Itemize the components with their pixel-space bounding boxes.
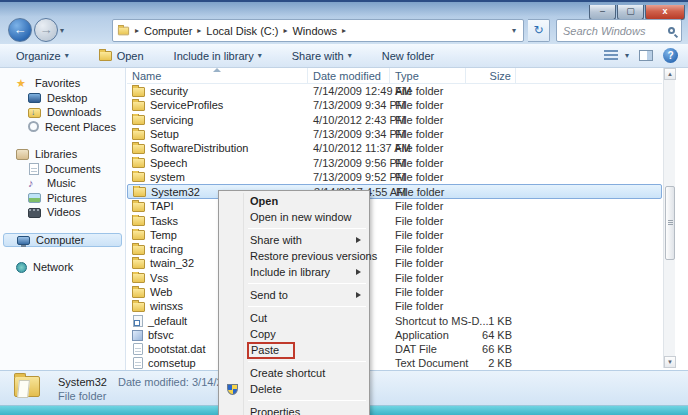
folder-icon xyxy=(132,144,145,154)
new-folder-button[interactable]: New folder xyxy=(374,45,443,67)
sidebar-item-favorites[interactable]: ★Favorites xyxy=(0,76,125,91)
file-row-tracing[interactable]: tracingFile folder xyxy=(127,242,662,256)
file-row-bootstat-dat[interactable]: bootstat.datDAT File66 KB xyxy=(127,342,662,356)
minimize-button[interactable]: – xyxy=(589,5,616,20)
sidebar-item-label: Libraries xyxy=(35,148,77,160)
file-type: File folder xyxy=(390,114,466,126)
network-icon xyxy=(16,262,27,273)
column-headers: Name Date modified Type Size xyxy=(127,68,662,84)
file-row-winsxs[interactable]: winsxsFile folder xyxy=(127,299,662,313)
file-row-setup[interactable]: Setup7/13/2009 9:34 PMFile folder xyxy=(127,127,662,141)
file-row-security[interactable]: security7/14/2009 12:49 AMFile folder xyxy=(127,84,662,98)
context-menu-item-create-shortcut[interactable]: Create shortcut xyxy=(220,365,368,381)
sidebar-item-recent-places[interactable]: Recent Places xyxy=(0,120,125,135)
file-date-modified: 7/13/2009 9:52 PM xyxy=(308,171,390,183)
context-menu-item-paste[interactable]: Paste xyxy=(220,342,368,358)
file-row-system[interactable]: system7/13/2009 9:52 PMFile folder xyxy=(127,170,662,184)
context-menu-item-delete[interactable]: Delete xyxy=(220,381,368,397)
search-box[interactable]: Search Windows xyxy=(556,19,682,42)
column-header-size[interactable]: Size xyxy=(466,68,516,84)
column-header-type[interactable]: Type xyxy=(390,68,466,84)
sidebar-item-label: Computer xyxy=(36,234,84,246)
file-row-tapi[interactable]: TAPIFile folder xyxy=(127,199,662,213)
file-date-modified: 7/13/2009 9:34 PM xyxy=(308,128,390,140)
context-menu-item-send-to[interactable]: Send to xyxy=(220,287,368,303)
breadcrumb-local-disk-c[interactable]: Local Disk (C:) xyxy=(206,25,278,37)
include-in-library-button[interactable]: Include in library▾ xyxy=(166,45,270,67)
vertical-scrollbar[interactable]: ▲ ▼ xyxy=(663,68,675,368)
help-icon[interactable]: ? xyxy=(663,48,678,63)
file-row-twain-32[interactable]: twain_32File folder xyxy=(127,256,662,270)
context-menu-item-open-in-new-window[interactable]: Open in new window xyxy=(220,209,368,225)
sidebar-item-label: Recent Places xyxy=(45,121,116,133)
sidebar-item-libraries[interactable]: Libraries xyxy=(0,147,125,162)
menu-item-label: Copy xyxy=(250,328,276,340)
sidebar-item-pictures[interactable]: Pictures xyxy=(0,191,125,206)
file-row-softwaredistribution[interactable]: SoftwareDistribution4/10/2012 11:37 AMFi… xyxy=(127,141,662,155)
file-row-tasks[interactable]: TasksFile folder xyxy=(127,213,662,227)
file-type: File folder xyxy=(390,286,466,298)
file-name: System32 xyxy=(151,186,200,198)
submenu-arrow-icon xyxy=(356,269,361,275)
views-dropdown-icon[interactable]: ▾ xyxy=(625,51,629,60)
file-row-system32[interactable]: System323/14/2017 4:55 AMFile folder xyxy=(127,184,662,199)
open-button[interactable]: Open xyxy=(91,45,152,67)
scroll-up-icon[interactable]: ▲ xyxy=(664,68,676,80)
file-row-web[interactable]: WebFile folder xyxy=(127,285,662,299)
context-menu-item-copy[interactable]: Copy xyxy=(220,326,368,342)
context-menu-item-share-with[interactable]: Share with xyxy=(220,232,368,248)
file-row-speech[interactable]: Speech7/13/2009 9:56 PMFile folder xyxy=(127,155,662,169)
file-row-comsetup[interactable]: comsetupText Document2 KB xyxy=(127,356,662,370)
uac-shield-icon xyxy=(227,384,238,395)
search-input[interactable]: Search Windows xyxy=(563,25,668,37)
search-icon[interactable] xyxy=(668,27,675,34)
sidebar-item-computer[interactable]: Computer xyxy=(3,233,122,248)
sidebar-item-label: Videos xyxy=(47,206,80,218)
sidebar-item-documents[interactable]: Documents xyxy=(0,162,125,177)
recent-pages-dropdown-icon[interactable]: ▾ xyxy=(60,26,64,35)
close-button[interactable]: x xyxy=(645,5,685,20)
change-view-icon[interactable] xyxy=(604,50,618,61)
context-menu-item-restore-previous-versions[interactable]: Restore previous versions xyxy=(220,248,368,264)
breadcrumb-separator-icon: ▸ xyxy=(135,26,139,35)
context-menu-item-properties[interactable]: Properties xyxy=(220,404,368,415)
organize-button[interactable]: Organize▾ xyxy=(8,45,77,67)
file-name: winsxs xyxy=(150,300,183,312)
file-row-servicing[interactable]: servicing4/10/2012 2:43 PMFile folder xyxy=(127,113,662,127)
sidebar-item-videos[interactable]: Videos xyxy=(0,205,125,220)
folder-icon xyxy=(132,216,145,226)
file-name: bfsvc xyxy=(148,329,174,341)
breadcrumb-computer[interactable]: Computer xyxy=(144,25,192,37)
address-bar[interactable]: ▸ Computer ▸ Local Disk (C:) ▸ Windows ▸… xyxy=(112,19,524,42)
scroll-down-icon[interactable]: ▼ xyxy=(664,356,676,368)
context-menu-item-cut[interactable]: Cut xyxy=(220,310,368,326)
desktop-icon xyxy=(28,93,41,103)
file-row-serviceprofiles[interactable]: ServiceProfiles7/13/2009 9:34 PMFile fol… xyxy=(127,98,662,112)
scrollbar-thumb[interactable] xyxy=(665,186,675,260)
sidebar-item-label: Desktop xyxy=(47,92,87,104)
column-header-date-modified[interactable]: Date modified xyxy=(308,68,390,84)
context-menu-item-include-in-library[interactable]: Include in library xyxy=(220,264,368,280)
open-folder-icon xyxy=(99,51,112,61)
file-row-vss[interactable]: VssFile folder xyxy=(127,271,662,285)
breadcrumb-windows[interactable]: Windows xyxy=(292,25,337,37)
sidebar-item-music[interactable]: ♪Music xyxy=(0,176,125,191)
preview-pane-icon[interactable] xyxy=(639,50,653,61)
share-with-button[interactable]: Share with▾ xyxy=(284,45,360,67)
back-button[interactable]: ← xyxy=(8,18,32,42)
file-list: Name Date modified Type Size security7/1… xyxy=(127,68,662,370)
maximize-button[interactable]: ▢ xyxy=(617,5,644,20)
file-row-default[interactable]: _defaultShortcut to MS-D...1 KB xyxy=(127,313,662,327)
address-dropdown-icon[interactable]: ▾ xyxy=(509,26,519,35)
file-size: 2 KB xyxy=(466,357,516,369)
sidebar-item-desktop[interactable]: Desktop xyxy=(0,91,125,106)
sidebar-item-downloads[interactable]: Downloads xyxy=(0,105,125,120)
context-menu-item-open[interactable]: Open xyxy=(220,193,368,209)
file-row-bfsvc[interactable]: bfsvcApplication64 KB xyxy=(127,328,662,342)
file-date-modified: 7/13/2009 9:34 PM xyxy=(308,99,390,111)
forward-button[interactable]: → xyxy=(34,18,58,42)
sidebar-item-network[interactable]: Network xyxy=(0,260,125,275)
file-row-temp[interactable]: TempFile folder xyxy=(127,228,662,242)
refresh-button[interactable]: ↻ xyxy=(528,19,550,42)
menu-item-label: Restore previous versions xyxy=(250,250,377,262)
